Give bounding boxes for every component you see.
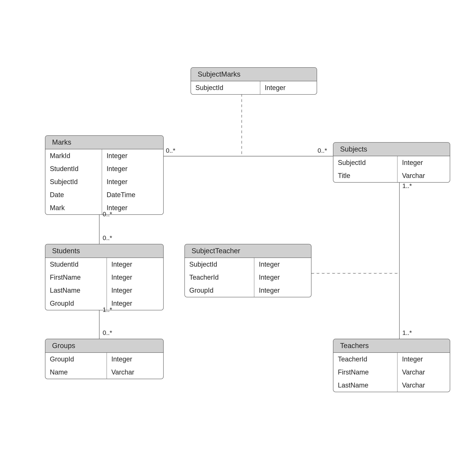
- entity-title: SubjectTeacher: [185, 244, 311, 258]
- cardinality-label: 0..*: [103, 210, 112, 218]
- cardinality-label: 1..*: [402, 182, 412, 189]
- field-name: TeacherId: [333, 353, 397, 366]
- field-type: Integer: [254, 258, 311, 271]
- field-type: Integer: [254, 284, 311, 297]
- cardinality-label: 0..*: [103, 234, 112, 241]
- cardinality-label: 1..*: [402, 329, 412, 336]
- entity-subjects: Subjects SubjectId Title Integer Varchar: [333, 142, 450, 183]
- field-type: Integer: [254, 271, 311, 284]
- field-name: Name: [45, 366, 106, 379]
- field-name: Title: [333, 169, 397, 182]
- field-name: GroupId: [45, 353, 106, 366]
- field-type: Integer: [102, 175, 163, 188]
- field-name: Date: [45, 188, 102, 201]
- entity-title: Marks: [45, 136, 163, 149]
- entity-title: Teachers: [333, 339, 450, 353]
- entity-title: Subjects: [333, 143, 450, 156]
- field-name: StudentId: [45, 258, 106, 271]
- field-type: Integer: [398, 353, 450, 366]
- field-type: DateTime: [102, 188, 163, 201]
- field-name: Mark: [45, 201, 102, 214]
- field-name: MarkId: [45, 149, 102, 162]
- field-type: Varchar: [398, 169, 450, 182]
- entity-title: Groups: [45, 339, 163, 353]
- field-type: Integer: [107, 284, 163, 297]
- field-name: StudentId: [45, 162, 102, 175]
- entity-marks: Marks MarkId StudentId SubjectId Date Ma…: [45, 135, 164, 215]
- field-name: GroupId: [185, 284, 254, 297]
- field-name: SubjectId: [191, 81, 260, 94]
- entity-teachers: Teachers TeacherId FirstName LastName In…: [333, 339, 450, 392]
- entity-groups: Groups GroupId Name Integer Varchar: [45, 339, 164, 379]
- field-type: Varchar: [398, 379, 450, 392]
- field-type: Integer: [107, 271, 163, 284]
- field-name: SubjectId: [185, 258, 254, 271]
- entity-title: Students: [45, 244, 163, 258]
- entity-students: Students StudentId FirstName LastName Gr…: [45, 244, 164, 310]
- cardinality-label: 0..*: [318, 147, 327, 154]
- entity-subjectteacher: SubjectTeacher SubjectId TeacherId Group…: [185, 244, 311, 297]
- field-name: LastName: [333, 379, 397, 392]
- entity-title: SubjectMarks: [191, 68, 317, 81]
- field-name: FirstName: [45, 271, 106, 284]
- field-type: Varchar: [107, 366, 163, 379]
- field-type: Integer: [107, 258, 163, 271]
- field-name: LastName: [45, 284, 106, 297]
- field-name: FirstName: [333, 366, 397, 379]
- field-type: Varchar: [398, 366, 450, 379]
- field-name: GroupId: [45, 297, 106, 310]
- field-type: Integer: [102, 162, 163, 175]
- cardinality-label: 1..*: [103, 306, 112, 313]
- field-name: SubjectId: [333, 156, 397, 169]
- field-type: Integer: [260, 81, 317, 94]
- field-name: SubjectId: [45, 175, 102, 188]
- cardinality-label: 0..*: [166, 147, 175, 154]
- field-type: Integer: [107, 297, 163, 310]
- cardinality-label: 0..*: [103, 329, 112, 336]
- entity-subjectmarks: SubjectMarks SubjectId Integer: [191, 67, 317, 95]
- field-type: Integer: [398, 156, 450, 169]
- field-type: Integer: [102, 149, 163, 162]
- field-type: Integer: [107, 353, 163, 366]
- field-name: TeacherId: [185, 271, 254, 284]
- diagram-canvas: SubjectMarks SubjectId Integer Marks Mar…: [0, 0, 476, 476]
